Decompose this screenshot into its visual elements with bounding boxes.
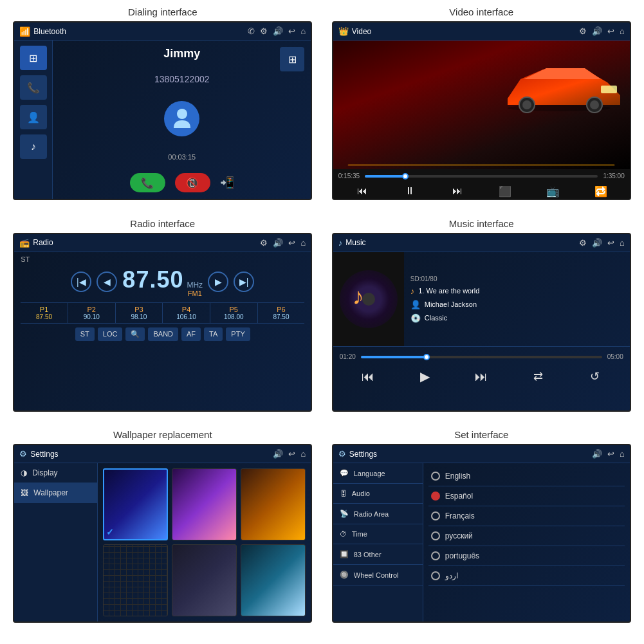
francais-radio[interactable] [431,511,440,520]
next-button[interactable]: ▶ [208,271,228,292]
music-progress-track[interactable] [361,356,602,358]
display-item[interactable]: ◑ Display [14,463,97,483]
pty-button[interactable]: PTY [226,327,250,341]
russian-option[interactable]: русский [428,526,625,546]
music-progress-thumb [423,354,430,360]
prev-button[interactable]: ◀ [97,271,117,292]
wheel-control-menu-item[interactable]: 🔘 Wheel Control [333,565,423,585]
english-radio[interactable] [431,472,440,481]
espanol-radio[interactable] [431,492,440,501]
call-sidebar-btn[interactable]: 📞 [20,75,47,100]
preset-1[interactable]: P1 87.50 [21,303,68,323]
wallpaper-1[interactable]: ✓ [103,468,168,540]
portuguese-option[interactable]: português [428,546,625,566]
skip-end-button[interactable]: ▶| [234,271,254,292]
transfer-button[interactable]: 📲 [220,176,234,190]
main-container: Dialing interface 📶 Bluetooth ✆ ⚙ 🔊 ↩ ⌂ [0,0,644,644]
shuffle-button[interactable]: ⇄ [528,369,547,384]
home-icon[interactable]: ⌂ [620,238,625,248]
back-icon[interactable]: ↩ [288,238,295,248]
eq-icon[interactable]: ⚙ [579,238,587,248]
home-icon[interactable]: ⌂ [300,26,306,36]
portuguese-radio[interactable] [431,551,440,560]
af-button[interactable]: AF [181,327,201,341]
vol-icon[interactable]: 🔊 [592,449,602,459]
next-track-button[interactable]: ⏭ [472,369,491,384]
preset-4[interactable]: P4 106.10 [163,303,210,323]
volume-icon[interactable]: 🔊 [273,26,283,36]
home-icon[interactable]: ⌂ [620,449,625,459]
music-sidebar-btn[interactable]: ♪ [20,134,47,159]
st-button[interactable]: ST [75,327,95,341]
eq-icon[interactable]: ⚙ [260,238,268,248]
prev-track-button[interactable]: ⏮ [358,369,378,384]
vol-icon[interactable]: 🔊 [273,238,283,248]
home-icon[interactable]: ⌂ [300,449,306,459]
video-screen: 👑 Video ⚙ 🔊 ↩ ⌂ [332,21,631,200]
eq-icon[interactable]: ⚙ [579,26,587,36]
russian-radio[interactable] [431,531,440,540]
back-icon[interactable]: ↩ [607,238,614,248]
back-icon[interactable]: ↩ [288,26,295,36]
band-button[interactable]: BAND [148,327,178,341]
wallpaper-3[interactable] [241,468,306,540]
phone-icon[interactable]: ✆ [248,26,255,36]
preset-5[interactable]: P5 108.00 [210,303,258,323]
language-menu-item[interactable]: 💬 Language [333,463,423,484]
urdu-option[interactable]: اردو [428,566,625,586]
screen-button[interactable]: ⬛ [495,183,515,199]
wallpaper-5[interactable] [172,544,237,616]
urdu-radio[interactable] [431,571,440,580]
skip-start-button[interactable]: |◀ [71,271,91,292]
back-icon[interactable]: ↩ [607,449,614,459]
skip-forward-button[interactable]: ⏭ [448,183,467,199]
sd-info: SD:01/80 [410,275,623,282]
video-progress-track[interactable] [365,175,598,178]
wallpaper-6[interactable] [241,544,306,616]
radio-app-icon: 📻 [19,238,30,248]
dialing-sidebar: ⊞ 📞 👤 ♪ [14,41,53,199]
vol-icon[interactable]: 🔊 [592,238,602,248]
espanol-option[interactable]: Español [428,486,625,506]
back-icon[interactable]: ↩ [607,26,614,36]
aspect-button[interactable]: 📺 [543,183,562,199]
radio-area-menu-item[interactable]: 📡 Radio Area [333,504,423,524]
svg-rect-8 [601,86,617,93]
other-menu-item[interactable]: 🔲 83 Other [333,544,423,565]
francais-option[interactable]: Français [428,506,625,526]
home-icon[interactable]: ⌂ [300,238,306,248]
vol-icon[interactable]: 🔊 [592,26,602,36]
keypad-sidebar-btn[interactable]: ⊞ [20,46,47,70]
keypad-btn[interactable]: ⊞ [280,47,304,71]
loop-button[interactable]: 🔁 [591,183,611,199]
wallpaper-item[interactable]: 🖼 Wallpaper [14,483,97,503]
vol-icon[interactable]: 🔊 [273,449,283,459]
play-button[interactable]: ▶ [415,369,434,384]
contacts-sidebar-btn[interactable]: 👤 [20,105,47,129]
row-1: Dialing interface 📶 Bluetooth ✆ ⚙ 🔊 ↩ ⌂ [6,6,638,215]
wallpaper-4[interactable] [103,544,168,616]
decline-call-button[interactable]: 📵 [175,173,210,192]
english-option[interactable]: English [428,466,625,486]
search-button[interactable]: 🔍 [125,327,145,341]
loc-button[interactable]: LOC [98,327,123,341]
track-name: 1. We are the world [418,287,479,295]
repeat-button[interactable]: ↺ [585,369,605,384]
audio-label: Audio [352,490,370,497]
settings-icon[interactable]: ⚙ [260,26,268,36]
accept-call-button[interactable]: 📞 [130,173,165,192]
call-actions: 📞 📵 📲 [59,173,304,192]
pause-button[interactable]: ⏸ [400,183,419,199]
wallpaper-2[interactable] [172,468,237,540]
preset-6[interactable]: P6 87.50 [258,303,305,323]
home-icon[interactable]: ⌂ [620,26,625,36]
time-menu-item[interactable]: ⏱ Time [333,524,423,544]
back-icon[interactable]: ↩ [288,449,295,459]
radio-tuner: |◀ ◀ 87.50 MHz FM1 ▶ ▶ [21,266,304,297]
ta-button[interactable]: TA [204,327,223,341]
set-interface-title: Set interface [454,429,508,440]
preset-2[interactable]: P2 90.10 [68,303,116,323]
preset-3[interactable]: P3 98.10 [116,303,163,323]
skip-back-button[interactable]: ⏮ [353,183,372,199]
audio-menu-item[interactable]: 🎛 Audio [333,484,423,504]
